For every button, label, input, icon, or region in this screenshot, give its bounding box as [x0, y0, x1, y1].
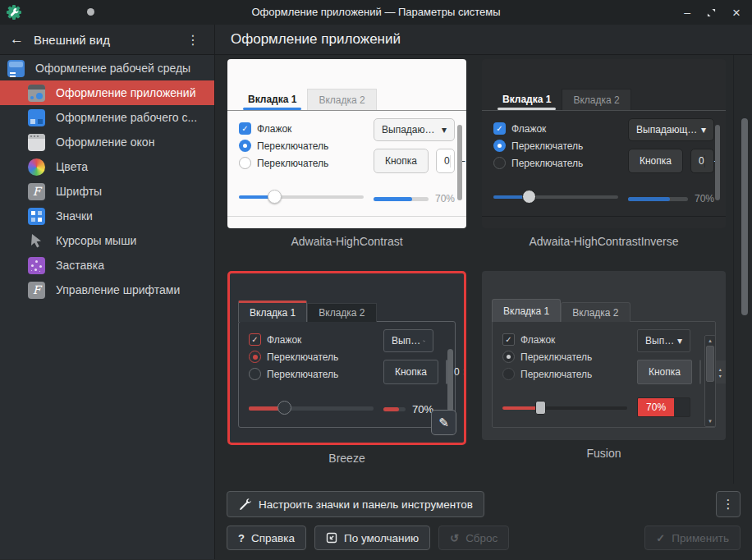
maximize-button[interactable] — [707, 8, 716, 17]
radio-off-icon — [502, 368, 515, 380]
theme-card-fusion[interactable]: Вкладка 1 Вкладка 2 ✓Флажок Переключател… — [482, 271, 726, 484]
preview-progressbar: 70% 70% — [374, 193, 455, 204]
radio-off-icon — [239, 157, 251, 169]
preview-progressbar: 70% 70% — [383, 403, 433, 415]
back-label: Внешний вид — [34, 33, 110, 47]
preview-tab-inactive: Вкладка 2 — [562, 89, 630, 110]
preview-spinbox: 0 − + — [436, 149, 455, 173]
sidebar-item-icons[interactable]: Значки — [0, 204, 214, 228]
preview-scrollbar — [715, 125, 720, 200]
preview-radio-off: Переключатель — [493, 154, 618, 172]
preview-slider — [239, 190, 364, 204]
preview-tab-inactive: Вкладка 2 — [307, 89, 376, 110]
sidebar-header: ← Внешний вид ⋮ — [0, 25, 215, 54]
fonts-icon — [28, 183, 45, 200]
preview-body: ✓Флажок Переключатель Переключатель Выпа… — [227, 110, 466, 217]
preview-tab-active: Вкладка 1 — [238, 301, 307, 322]
preview-tabbar: Вкладка 1 Вкладка 2 — [227, 59, 466, 110]
sidebar-item-desktop-theme[interactable]: Оформление рабочей среды — [0, 56, 214, 80]
preview-button: Кнопка — [637, 360, 692, 384]
preview-button: Кнопка — [374, 149, 429, 173]
radio-on-icon — [249, 351, 261, 363]
preview-radio-on: Переключатель — [239, 137, 364, 154]
preview-tabbar: Вкладка 1 Вкладка 2 — [482, 59, 726, 110]
desktop-theme-icon — [7, 60, 25, 77]
titlebar: Оформление приложений — Параметры систем… — [0, 0, 752, 25]
theme-grid-scrollarea: Вкладка 1 Вкладка 2 ✓Флажок Переключател… — [215, 55, 752, 484]
slider-handle — [277, 401, 291, 415]
application-style-icon — [28, 85, 45, 102]
preview-button: Кнопка — [628, 149, 683, 173]
preview-scrollbar — [457, 125, 462, 200]
dropdown-arrow-icon: ▾ — [677, 335, 682, 347]
theme-card-adwaita-highcontrastinverse[interactable]: Вкладка 1 Вкладка 2 ✓Флажок Переключател… — [482, 59, 726, 271]
sidebar-item-application-style[interactable]: Оформление приложений — [0, 80, 214, 105]
preview-slider — [502, 401, 627, 415]
help-button[interactable]: ? Справка — [227, 526, 306, 550]
defaults-button[interactable]: По умолчанию — [314, 526, 430, 550]
more-options-button[interactable]: ⋮ — [716, 491, 741, 517]
slider-handle — [268, 190, 282, 204]
sidebar-item-font-management[interactable]: Управление шрифтами — [0, 278, 214, 302]
preview-body: ✓Флажок Переключатель Переключатель Выпа… — [482, 110, 726, 217]
back-button[interactable]: ← — [10, 31, 24, 48]
colors-icon — [28, 158, 45, 176]
theme-preview: Вкладка 1 Вкладка 2 ✓Флажок Переключател… — [482, 59, 726, 228]
preview-radio-off: Переключатель — [239, 154, 364, 172]
sidebar-item-colors[interactable]: Цвета — [0, 154, 214, 179]
preview-body: ✓Флажок Переключатель Переключатель Выпа… — [238, 321, 456, 428]
radio-off-icon — [493, 157, 506, 169]
sidebar-item-splash-screen[interactable]: Заставка — [0, 253, 214, 278]
preview-scrollbar — [447, 349, 453, 411]
spin-chevrons-icon — [460, 366, 466, 378]
apply-button[interactable]: ✓ Применить — [644, 526, 741, 550]
theme-card-breeze-selected[interactable]: Вкладка 1 Вкладка 2 ✓Флажок Переключател… — [227, 271, 466, 484]
preview-tab-active: Вкладка 1 — [237, 89, 307, 110]
header-band: ← Внешний вид ⋮ Оформление приложений — [0, 25, 752, 55]
theme-preview: Вкладка 1 Вкладка 2 ✓Флажок Переключател… — [482, 271, 726, 440]
pencil-icon: ✎ — [438, 415, 449, 430]
apply-check-icon: ✓ — [656, 532, 665, 544]
content-area: Вкладка 1 Вкладка 2 ✓Флажок Переключател… — [215, 55, 752, 559]
preview-radio-on: Переключатель — [493, 137, 618, 154]
preview-tab-inactive: Вкладка 2 — [307, 303, 376, 322]
page-header: Оформление приложений — [215, 25, 752, 54]
progress-label: 70% — [695, 193, 714, 204]
window-decorations-icon — [28, 134, 45, 151]
preview-radio-on: Переключатель — [502, 348, 627, 365]
preview-tab-active: Вкладка 1 — [492, 299, 561, 322]
sidebar-item-mouse-cursors[interactable]: Курсоры мыши — [0, 228, 214, 253]
sidebar-item-window-decorations[interactable]: Оформление окон — [0, 130, 214, 154]
preview-scrollbar: ▴ ▾ — [704, 335, 716, 427]
configure-icons-toolbar-button[interactable]: Настроить значки и панель инструментов — [227, 491, 484, 517]
progress-label: 70% — [435, 193, 455, 204]
window-controls: – × — [684, 6, 752, 20]
checkbox-icon: ✓ — [502, 333, 515, 346]
sidebar-item-fonts[interactable]: Шрифты — [0, 179, 214, 204]
preview-dropdown: Выпадающий список▾ — [628, 118, 714, 141]
preview-slider — [493, 190, 618, 204]
mouse-cursors-icon — [28, 232, 45, 250]
theme-grid: Вкладка 1 Вкладка 2 ✓Флажок Переключател… — [227, 59, 727, 484]
radio-on-icon — [239, 140, 251, 152]
scroll-down-icon: ▾ — [708, 417, 712, 425]
kebab-icon: ⋮ — [722, 497, 735, 512]
sidebar-item-gnome-application-style[interactable]: Оформление рабочего с... — [0, 105, 214, 130]
preview-spinbox: 0 ▴ ▾ — [699, 360, 701, 384]
minimize-button[interactable]: – — [684, 7, 690, 18]
checkbox-icon: ✓ — [249, 333, 261, 346]
theme-card-adwaita-highcontrast[interactable]: Вкладка 1 Вкладка 2 ✓Флажок Переключател… — [227, 59, 466, 271]
theme-name: Adwaita-HighContrast — [227, 235, 466, 248]
edit-theme-button[interactable]: ✎ — [431, 410, 456, 435]
reset-button[interactable]: ↺ Сброс — [438, 526, 509, 550]
theme-name: Breeze — [227, 452, 466, 465]
preview-body: ✓Флажок Переключатель Переключатель Выпа… — [492, 321, 716, 428]
theme-preview: Вкладка 1 Вкладка 2 ✓Флажок Переключател… — [227, 59, 466, 228]
close-button[interactable]: × — [732, 6, 741, 20]
vertical-scrollbar[interactable] — [741, 118, 748, 315]
sidebar-menu-button[interactable]: ⋮ — [181, 32, 204, 48]
slider-handle — [522, 190, 536, 204]
preview-tabbar: Вкладка 1 Вкладка 2 — [230, 273, 464, 322]
radio-on-icon — [502, 351, 515, 363]
window-title: Оформление приложений — Параметры систем… — [0, 0, 752, 25]
